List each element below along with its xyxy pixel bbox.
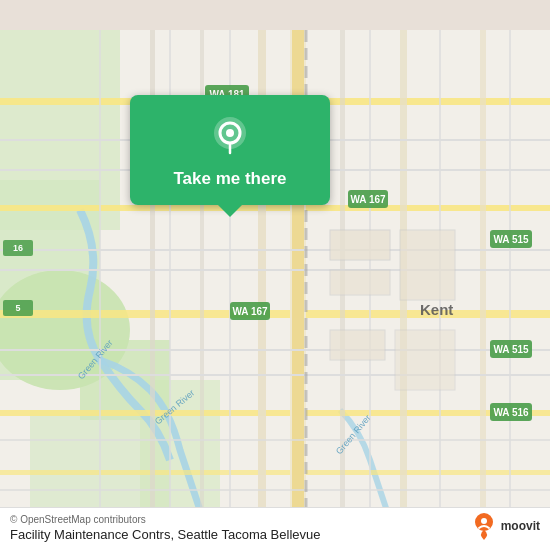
svg-text:WA 515: WA 515: [493, 234, 529, 245]
cta-overlay[interactable]: Take me there: [130, 95, 330, 205]
svg-rect-8: [0, 205, 550, 211]
svg-text:Kent: Kent: [420, 301, 453, 318]
svg-point-64: [481, 518, 487, 524]
map-background: WA 181 WA 167 WA 167 WA 515 WA 515 WA 51…: [0, 0, 550, 550]
svg-text:WA 516: WA 516: [493, 407, 529, 418]
moovit-logo: moovit: [470, 512, 540, 540]
svg-rect-58: [400, 230, 455, 300]
svg-rect-59: [395, 330, 455, 390]
moovit-icon: [470, 512, 498, 540]
bottom-bar: © OpenStreetMap contributors Facility Ma…: [0, 507, 550, 550]
svg-text:WA 167: WA 167: [232, 306, 268, 317]
map-container: WA 181 WA 167 WA 167 WA 515 WA 515 WA 51…: [0, 0, 550, 550]
copyright-text: © OpenStreetMap contributors: [10, 514, 540, 525]
moovit-label: moovit: [501, 519, 540, 533]
svg-rect-15: [480, 30, 486, 520]
svg-point-62: [226, 129, 234, 137]
take-me-there-button[interactable]: Take me there: [173, 169, 286, 189]
svg-text:5: 5: [15, 303, 20, 313]
svg-text:WA 167: WA 167: [350, 194, 386, 205]
location-title: Facility Maintenance Contrs, Seattle Tac…: [10, 527, 320, 542]
svg-rect-10: [0, 410, 550, 416]
svg-rect-55: [330, 230, 390, 260]
svg-text:WA 515: WA 515: [493, 344, 529, 355]
svg-rect-11: [0, 470, 550, 475]
svg-rect-9: [0, 310, 550, 318]
svg-rect-56: [330, 270, 390, 295]
svg-rect-57: [330, 330, 385, 360]
svg-text:16: 16: [13, 243, 23, 253]
location-pin-icon: [208, 115, 252, 159]
